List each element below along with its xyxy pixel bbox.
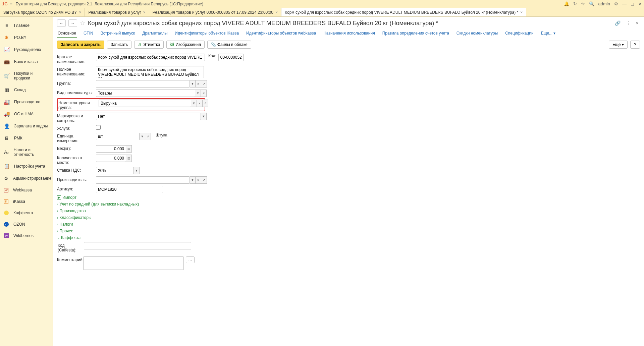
- expand-kaffesta[interactable]: ⌄Каффеста: [57, 234, 640, 241]
- article-input[interactable]: [96, 186, 163, 193]
- dropdown-icon[interactable]: ▼: [195, 90, 201, 97]
- hamburger-icon[interactable]: ≡: [10, 1, 12, 7]
- sidebar-item-main[interactable]: ≡Главное: [0, 19, 53, 32]
- open-icon[interactable]: ↗: [145, 133, 151, 140]
- nomgroup-input[interactable]: [99, 100, 191, 107]
- tab-ozon-load[interactable]: Загрузка продаж OZON по дням PO.BY ×: [0, 8, 85, 16]
- kaffesta-code-input[interactable]: [84, 242, 191, 249]
- history-icon[interactable]: ↻: [573, 1, 577, 6]
- comment-input[interactable]: [83, 256, 184, 270]
- sidebar-item-wildberries[interactable]: WWildberries: [0, 230, 53, 241]
- kebab-icon[interactable]: ⋮: [625, 20, 632, 26]
- link-icon[interactable]: 🔗: [613, 20, 622, 26]
- back-button[interactable]: ←: [57, 19, 66, 27]
- settings-icon[interactable]: ⚙: [614, 1, 618, 6]
- save-button[interactable]: Записать: [107, 41, 131, 49]
- manufacturer-input[interactable]: [96, 176, 190, 184]
- sidebar-item-webkassa[interactable]: WWebkassa: [0, 184, 53, 196]
- open-icon[interactable]: ↗: [201, 80, 207, 88]
- close-icon[interactable]: ×: [520, 10, 523, 15]
- code-input[interactable]: [218, 54, 244, 61]
- tab-nomenclature[interactable]: Корм сухой для взрослых собак средних по…: [281, 8, 526, 16]
- dropdown-icon[interactable]: ▼: [140, 133, 145, 140]
- qty-input[interactable]: [96, 155, 126, 162]
- weight-input[interactable]: [96, 145, 126, 153]
- close-icon[interactable]: ×: [143, 10, 146, 15]
- close-icon[interactable]: ×: [79, 10, 81, 15]
- favorite-icon[interactable]: ☆: [80, 19, 85, 27]
- search-icon[interactable]: 🔍: [589, 1, 594, 6]
- label-button[interactable]: 🖨Этикетка: [134, 41, 164, 49]
- expand-nalogi[interactable]: ›Налоги: [57, 221, 640, 228]
- close-page-icon[interactable]: ×: [635, 20, 640, 26]
- tab-more[interactable]: Еще... ▾: [540, 30, 556, 38]
- marking-input[interactable]: [96, 113, 201, 120]
- dropdown-icon[interactable]: ▼: [191, 100, 197, 107]
- tab-webkassa[interactable]: Идентификаторы объектов webkassa: [246, 30, 317, 38]
- dropdown-icon[interactable]: ▼: [190, 80, 196, 88]
- maximize-icon[interactable]: ◻: [631, 1, 634, 6]
- expand-klassif[interactable]: ›Классификаторы: [57, 214, 640, 221]
- sidebar-item-salary[interactable]: 👤Зарплата и кадры: [0, 120, 53, 132]
- sidebar-item-os[interactable]: 🚚ОС и НМА: [0, 108, 53, 120]
- expand-proizvodstvo[interactable]: ›Производство: [57, 208, 640, 214]
- tab-osnovnoe[interactable]: Основное: [57, 30, 77, 38]
- sidebar-item-settings[interactable]: 📋Настройки учета: [0, 160, 53, 172]
- sidebar-item-poby[interactable]: ✱PO.BY: [0, 32, 53, 44]
- sidebar-item-tax[interactable]: AᵧНалоги и отчетность: [0, 144, 53, 160]
- save-close-button[interactable]: Записать и закрыть: [57, 41, 104, 49]
- open-icon[interactable]: ↗: [203, 100, 208, 107]
- expand-import[interactable]: ▶ Импорт: [57, 194, 640, 201]
- sidebar-item-bank[interactable]: 💼Банк и касса: [0, 56, 53, 68]
- comment-expand-button[interactable]: …: [186, 256, 195, 263]
- sidebar-item-ikassa[interactable]: KiKassa: [0, 196, 53, 207]
- sidebar-item-kaffesta[interactable]: Каффеста: [0, 207, 53, 219]
- dropdown-icon[interactable]: ▼: [201, 113, 207, 120]
- dropdown-icon[interactable]: ▼: [134, 167, 140, 174]
- open-icon[interactable]: ↗: [201, 176, 207, 184]
- star-icon[interactable]: ☆: [581, 1, 585, 6]
- open-icon[interactable]: ↗: [201, 90, 207, 97]
- tab-skidki[interactable]: Скидки номенклатуры: [456, 30, 498, 38]
- user-label[interactable]: admin: [598, 1, 610, 6]
- sidebar-item-production[interactable]: 🏭Производство: [0, 96, 53, 108]
- tab-ikassa[interactable]: Идентификаторы объектов iKassa: [174, 30, 239, 38]
- tab-realization-doc[interactable]: Реализация товаров и услуг 0000-000305 о…: [149, 8, 281, 16]
- service-checkbox[interactable]: [96, 125, 101, 130]
- expand-prochee[interactable]: ›Прочее: [57, 228, 640, 234]
- sidebar-item-sales[interactable]: 🛒Покупки и продажи: [0, 68, 53, 84]
- tab-gtin[interactable]: GTIN: [83, 30, 94, 38]
- sidebar-item-manager[interactable]: 📈Руководителю: [0, 44, 53, 56]
- clear-icon[interactable]: ×: [196, 176, 201, 184]
- sidebar-item-ozon[interactable]: OOZON: [0, 219, 53, 230]
- tab-naznach[interactable]: Назначения использования: [323, 30, 375, 38]
- calc-icon[interactable]: ▤: [126, 155, 132, 162]
- tab-vstrechny[interactable]: Встречный выпуск: [100, 30, 136, 38]
- sidebar-item-rmk[interactable]: 🖥РМК: [0, 132, 53, 144]
- tab-spec[interactable]: Спецификации: [504, 30, 534, 38]
- short-name-input[interactable]: [96, 54, 205, 61]
- sidebar-item-admin[interactable]: ⚙Администрирование: [0, 172, 53, 184]
- vat-input[interactable]: [96, 167, 134, 174]
- clear-icon[interactable]: ×: [196, 80, 201, 88]
- close-icon[interactable]: ×: [275, 10, 278, 15]
- tab-dragmetally[interactable]: Драгметаллы: [142, 30, 168, 38]
- sidebar-item-warehouse[interactable]: ▦Склад: [0, 84, 53, 96]
- full-name-input[interactable]: [96, 66, 204, 78]
- minimize-icon[interactable]: —: [622, 1, 627, 6]
- cloud-files-button[interactable]: 📎Файлы в облаке: [207, 41, 251, 49]
- close-window-icon[interactable]: ✕: [638, 1, 642, 6]
- group-input[interactable]: [96, 80, 190, 88]
- kind-input[interactable]: [96, 90, 195, 97]
- images-button[interactable]: 🖼Изображения: [166, 41, 204, 49]
- bell-icon[interactable]: 🔔: [564, 1, 569, 6]
- tab-realization[interactable]: Реализация товаров и услуг ×: [85, 8, 149, 16]
- calc-icon[interactable]: ▤: [126, 145, 132, 153]
- more-button[interactable]: Еще ▾: [609, 41, 628, 49]
- unit-input[interactable]: [96, 133, 140, 140]
- expand-uchet[interactable]: ›Учет по средней (для выписки накладных): [57, 201, 640, 208]
- clear-icon[interactable]: ×: [197, 100, 203, 107]
- forward-button[interactable]: →: [68, 19, 77, 27]
- help-button[interactable]: ?: [630, 41, 640, 49]
- dropdown-icon[interactable]: ▼: [190, 176, 196, 184]
